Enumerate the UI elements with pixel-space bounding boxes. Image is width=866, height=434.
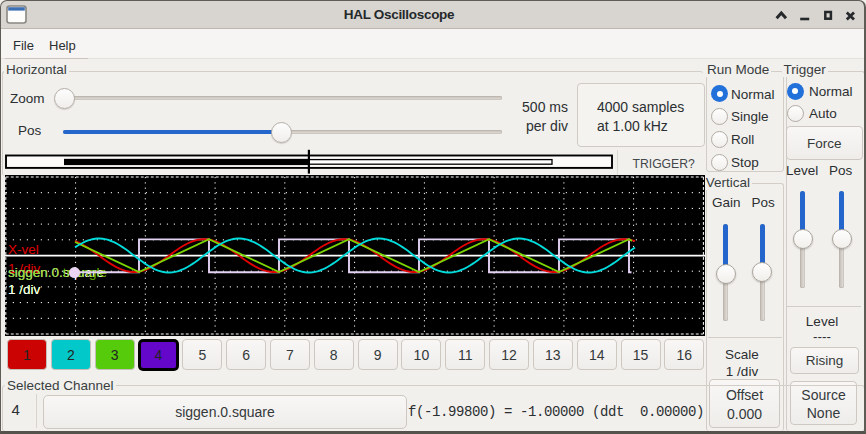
svg-text:1 /div: 1 /div bbox=[8, 282, 41, 297]
svg-text:X-vel: X-vel bbox=[8, 242, 39, 257]
